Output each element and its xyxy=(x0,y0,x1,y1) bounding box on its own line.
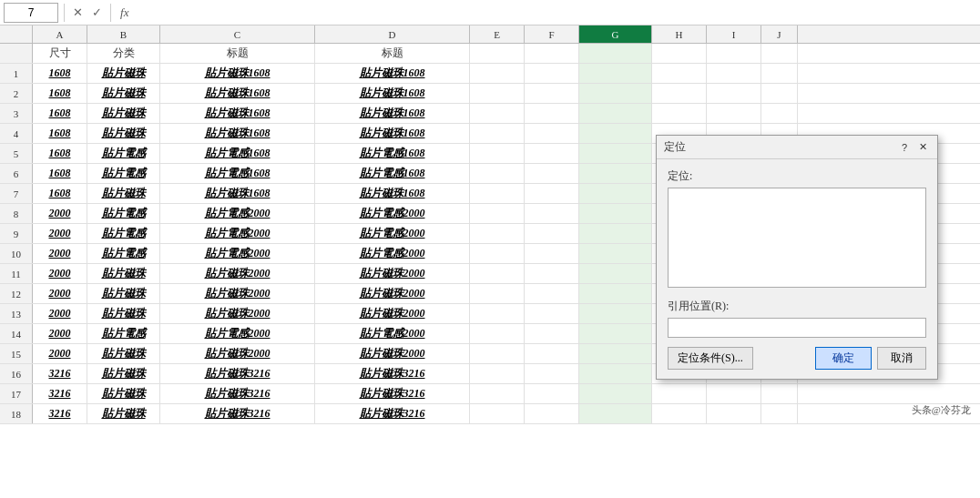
list-item[interactable]: 貼片磁珠3216 xyxy=(315,404,470,423)
list-item[interactable]: 貼片磁珠2000 xyxy=(315,284,470,303)
list-item[interactable] xyxy=(579,284,652,303)
list-item[interactable]: 2000 xyxy=(33,284,87,303)
row-number[interactable]: 9 xyxy=(0,224,33,243)
list-item[interactable] xyxy=(579,344,652,363)
list-item[interactable]: 2000 xyxy=(33,224,87,243)
list-item[interactable]: 貼片磁珠 xyxy=(87,104,160,123)
list-item[interactable]: 貼片電感1608 xyxy=(315,164,470,183)
list-item[interactable] xyxy=(579,204,652,223)
list-item[interactable]: 貼片電感1608 xyxy=(315,144,470,163)
list-item[interactable] xyxy=(470,384,525,403)
list-item[interactable] xyxy=(579,244,652,263)
list-item[interactable] xyxy=(470,264,525,283)
list-item[interactable] xyxy=(470,204,525,223)
list-item[interactable]: 貼片磁珠 xyxy=(87,64,160,83)
dialog-goto-textarea[interactable] xyxy=(668,188,926,288)
list-item[interactable] xyxy=(579,64,652,83)
list-item[interactable]: 貼片磁珠3216 xyxy=(315,364,470,383)
list-item[interactable] xyxy=(707,84,761,103)
list-item[interactable] xyxy=(707,404,761,423)
list-item[interactable]: 貼片磁珠1608 xyxy=(315,104,470,123)
list-item[interactable]: 貼片磁珠2000 xyxy=(315,264,470,283)
list-item[interactable] xyxy=(470,304,525,323)
list-item[interactable] xyxy=(470,224,525,243)
dialog-cancel-btn[interactable]: 取消 xyxy=(877,347,926,370)
list-item[interactable] xyxy=(579,264,652,283)
list-item[interactable]: 貼片電感2000 xyxy=(315,224,470,243)
col-header-c[interactable]: C xyxy=(160,25,315,43)
row-number[interactable]: 4 xyxy=(0,124,33,143)
list-item[interactable]: 貼片磁珠 xyxy=(87,304,160,323)
list-item[interactable]: 貼片磁珠3216 xyxy=(315,384,470,403)
list-item[interactable]: 2000 xyxy=(33,304,87,323)
list-item[interactable]: 貼片磁珠 xyxy=(87,284,160,303)
list-item[interactable] xyxy=(470,184,525,203)
list-item[interactable]: 貼片電感2000 xyxy=(160,324,315,343)
list-item[interactable] xyxy=(470,324,525,343)
list-item[interactable] xyxy=(579,404,652,423)
list-item[interactable]: 1608 xyxy=(33,64,87,83)
list-item[interactable]: 貼片磁珠1608 xyxy=(160,64,315,83)
dialog-confirm-btn[interactable]: 确定 xyxy=(815,347,872,370)
row-number[interactable]: 18 xyxy=(0,404,33,423)
list-item[interactable]: 貼片磁珠 xyxy=(87,384,160,403)
row-number[interactable]: 11 xyxy=(0,264,33,283)
dialog-ref-input[interactable] xyxy=(668,318,926,338)
row-number[interactable]: 3 xyxy=(0,104,33,123)
col-header-h[interactable]: H xyxy=(652,25,707,43)
list-item[interactable]: 1608 xyxy=(33,104,87,123)
row-number[interactable]: 10 xyxy=(0,244,33,263)
col-header-a[interactable]: A xyxy=(33,25,87,43)
cell-header-g[interactable] xyxy=(579,44,652,63)
list-item[interactable] xyxy=(707,384,761,403)
list-item[interactable] xyxy=(470,84,525,103)
col-header-i[interactable]: I xyxy=(707,25,761,43)
list-item[interactable] xyxy=(652,84,707,103)
cell-header-h[interactable] xyxy=(652,44,707,63)
list-item[interactable]: 貼片磁珠1608 xyxy=(315,64,470,83)
list-item[interactable] xyxy=(707,104,761,123)
list-item[interactable]: 1608 xyxy=(33,164,87,183)
list-item[interactable]: 貼片磁珠 xyxy=(87,124,160,143)
row-number[interactable]: 15 xyxy=(0,344,33,363)
list-item[interactable]: 貼片電感1608 xyxy=(160,144,315,163)
list-item[interactable] xyxy=(652,404,707,423)
list-item[interactable]: 1608 xyxy=(33,144,87,163)
list-item[interactable] xyxy=(525,184,579,203)
list-item[interactable] xyxy=(579,104,652,123)
list-item[interactable]: 貼片電感2000 xyxy=(160,204,315,223)
list-item[interactable] xyxy=(579,164,652,183)
cell-header-i[interactable] xyxy=(707,44,761,63)
list-item[interactable]: 貼片電感1608 xyxy=(160,164,315,183)
list-item[interactable] xyxy=(470,164,525,183)
list-item[interactable] xyxy=(579,324,652,343)
col-header-j[interactable]: J xyxy=(761,25,798,43)
list-item[interactable] xyxy=(579,304,652,323)
dialog-question-btn[interactable]: ? xyxy=(897,140,912,155)
list-item[interactable] xyxy=(761,384,798,403)
row-number[interactable]: 1 xyxy=(0,64,33,83)
list-item[interactable] xyxy=(525,404,579,423)
cell-header-d[interactable]: 标题 xyxy=(315,44,470,63)
confirm-formula-icon[interactable]: ✓ xyxy=(89,5,105,20)
col-header-f[interactable]: F xyxy=(525,25,579,43)
list-item[interactable]: 2000 xyxy=(33,204,87,223)
cell-name-box[interactable] xyxy=(4,3,58,23)
list-item[interactable] xyxy=(525,164,579,183)
list-item[interactable]: 貼片磁珠3216 xyxy=(160,364,315,383)
list-item[interactable]: 貼片磁珠2000 xyxy=(160,304,315,323)
list-item[interactable] xyxy=(525,144,579,163)
row-number[interactable]: 8 xyxy=(0,204,33,223)
row-number[interactable]: 5 xyxy=(0,144,33,163)
list-item[interactable]: 貼片電感 xyxy=(87,324,160,343)
list-item[interactable]: 1608 xyxy=(33,84,87,103)
list-item[interactable] xyxy=(525,364,579,383)
list-item[interactable]: 貼片磁珠1608 xyxy=(160,84,315,103)
list-item[interactable] xyxy=(761,64,798,83)
list-item[interactable]: 貼片電感2000 xyxy=(315,324,470,343)
list-item[interactable]: 貼片電感 xyxy=(87,144,160,163)
list-item[interactable] xyxy=(525,344,579,363)
list-item[interactable]: 貼片磁珠1608 xyxy=(315,184,470,203)
list-item[interactable]: 貼片磁珠1608 xyxy=(160,104,315,123)
list-item[interactable]: 3216 xyxy=(33,384,87,403)
